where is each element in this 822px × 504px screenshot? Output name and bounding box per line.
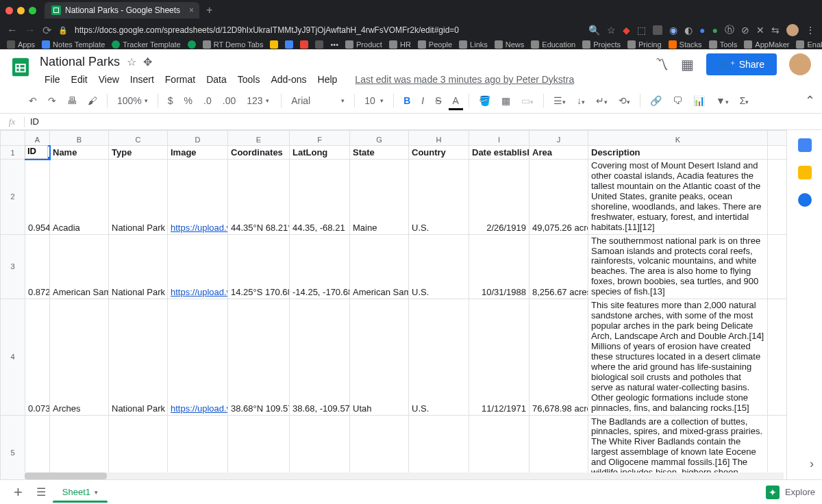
all-sheets-button[interactable]: ☰ bbox=[29, 486, 53, 499]
sheet-tab-menu-icon[interactable]: ▾ bbox=[95, 489, 98, 496]
cell[interactable]: Maine bbox=[350, 160, 409, 235]
redo-button[interactable]: ↷ bbox=[44, 92, 60, 109]
cell[interactable]: Covering most of Mount Desert Island and… bbox=[588, 160, 768, 235]
cell[interactable]: This site features more than 2,000 natur… bbox=[588, 299, 768, 415]
cell[interactable] bbox=[768, 299, 787, 415]
row-header[interactable]: 1 bbox=[1, 146, 25, 160]
cell[interactable]: Name bbox=[50, 146, 109, 160]
horizontal-scrollbar[interactable] bbox=[25, 473, 784, 479]
cell[interactable]: U.S. bbox=[409, 160, 469, 235]
cell[interactable]: Description bbox=[588, 146, 768, 160]
bookmark-item[interactable] bbox=[188, 40, 196, 49]
account-avatar[interactable] bbox=[789, 53, 811, 75]
borders-button[interactable]: ▦ bbox=[497, 92, 514, 109]
bookmark-item[interactable]: Notes Template bbox=[42, 40, 105, 49]
decrease-decimal-button[interactable]: .0 bbox=[199, 92, 216, 109]
bookmark-folder[interactable]: Projects bbox=[582, 40, 621, 49]
bookmark-folder[interactable]: Education bbox=[531, 40, 575, 49]
cell[interactable]: Acadia bbox=[50, 160, 109, 235]
cell[interactable]: National Park bbox=[109, 234, 168, 299]
menu-edit[interactable]: Edit bbox=[66, 71, 92, 88]
bookmark-item[interactable] bbox=[300, 40, 308, 49]
filter-button[interactable]: ▼▾ bbox=[712, 92, 733, 109]
cell[interactable]: 8,256.67 acres ( bbox=[530, 234, 588, 299]
sheets-logo-icon[interactable] bbox=[7, 53, 34, 81]
doc-title[interactable]: National Parks bbox=[40, 55, 120, 69]
menu-addons[interactable]: Add-ons bbox=[266, 71, 311, 88]
menu-view[interactable]: View bbox=[94, 71, 124, 88]
zoom-select[interactable]: 100%▾ bbox=[113, 92, 152, 109]
close-tab-icon[interactable]: × bbox=[189, 5, 194, 15]
bookmark-folder[interactable]: News bbox=[495, 40, 525, 49]
cell[interactable]: 10/31/1988 bbox=[469, 234, 530, 299]
cell[interactable]: 0.073 bbox=[25, 299, 50, 415]
cell[interactable]: -14.25, -170.68 bbox=[290, 234, 350, 299]
bold-button[interactable]: B bbox=[399, 92, 414, 109]
ext-icon[interactable]: ⓗ bbox=[725, 24, 734, 36]
font-select[interactable]: Arial▾ bbox=[287, 92, 349, 109]
cell[interactable] bbox=[768, 160, 787, 235]
v-align-button[interactable]: ↓▾ bbox=[573, 92, 589, 109]
cell[interactable]: Arches bbox=[50, 299, 109, 415]
menu-file[interactable]: File bbox=[40, 71, 65, 88]
merge-button[interactable]: ▭▾ bbox=[517, 92, 538, 109]
cell[interactable]: 0.954 bbox=[25, 160, 50, 235]
cell[interactable]: 44.35, -68.21 bbox=[290, 160, 350, 235]
tasks-icon[interactable] bbox=[798, 193, 812, 207]
cell[interactable]: National Park bbox=[109, 299, 168, 415]
zoom-icon[interactable]: 🔍 bbox=[588, 25, 600, 36]
row-header[interactable]: 2 bbox=[1, 160, 25, 235]
ext-icon[interactable]: ◆ bbox=[623, 25, 630, 36]
number-format-select[interactable]: 123▾ bbox=[242, 92, 275, 109]
window-controls[interactable] bbox=[5, 7, 36, 14]
menu-format[interactable]: Format bbox=[160, 71, 200, 88]
bookmark-item[interactable] bbox=[285, 40, 293, 49]
bookmark-folder[interactable]: Tools bbox=[709, 40, 738, 49]
menu-data[interactable]: Data bbox=[201, 71, 232, 88]
functions-button[interactable]: Σ▾ bbox=[736, 92, 754, 109]
cell[interactable] bbox=[768, 146, 787, 160]
print-button[interactable]: 🖶 bbox=[63, 92, 81, 109]
row-header[interactable]: 4 bbox=[1, 299, 25, 415]
cell[interactable]: 38.68, -109.57 bbox=[290, 299, 350, 415]
move-button[interactable]: ✥ bbox=[143, 55, 152, 68]
cell[interactable] bbox=[768, 234, 787, 299]
ext-icon[interactable]: ● bbox=[712, 25, 718, 36]
row-header[interactable]: 3 bbox=[1, 234, 25, 299]
cell[interactable]: American Samoa bbox=[350, 234, 409, 299]
bookmark-item[interactable]: Tracker Template bbox=[112, 40, 180, 49]
star-icon[interactable]: ☆ bbox=[607, 25, 616, 36]
bookmark-item[interactable] bbox=[315, 40, 323, 49]
currency-button[interactable]: $ bbox=[164, 92, 177, 109]
text-color-button[interactable]: A bbox=[449, 92, 463, 109]
col-header[interactable]: B bbox=[50, 131, 109, 146]
cell[interactable]: Date established bbox=[469, 146, 530, 160]
cell[interactable]: American Samoa bbox=[50, 234, 109, 299]
cell[interactable]: U.S. bbox=[409, 299, 469, 415]
bookmark-item[interactable] bbox=[270, 40, 278, 49]
collapse-toolbar-button[interactable]: ⌃ bbox=[805, 93, 815, 108]
col-header[interactable]: G bbox=[350, 131, 409, 146]
new-tab-button[interactable]: + bbox=[206, 4, 212, 16]
cell[interactable]: 11/12/1971 bbox=[469, 299, 530, 415]
italic-button[interactable]: I bbox=[417, 92, 428, 109]
cell[interactable]: 0.872 bbox=[25, 234, 50, 299]
fill-color-button[interactable]: 🪣 bbox=[475, 92, 495, 109]
cell[interactable]: 44.35°N 68.21°W bbox=[228, 160, 290, 235]
ext-icon[interactable]: ⊘ bbox=[741, 25, 749, 36]
cell[interactable]: Country bbox=[409, 146, 469, 160]
bookmark-folder[interactable]: HR bbox=[389, 40, 411, 49]
col-header[interactable]: A bbox=[25, 131, 50, 146]
cell[interactable]: Coordinates bbox=[228, 146, 290, 160]
paint-format-button[interactable]: 🖌 bbox=[84, 92, 101, 109]
bookmark-folder[interactable]: Links bbox=[459, 40, 488, 49]
bookmark-folder[interactable]: People bbox=[418, 40, 452, 49]
bookmark-folder[interactable]: Pricing bbox=[627, 40, 662, 49]
keep-icon[interactable] bbox=[798, 166, 812, 179]
add-sheet-button[interactable]: + bbox=[7, 483, 29, 501]
menu-icon[interactable]: ⋮ bbox=[806, 25, 815, 36]
bookmark-folder[interactable]: Product bbox=[345, 40, 382, 49]
link-button[interactable]: 🔗 bbox=[646, 92, 666, 109]
star-button[interactable]: ☆ bbox=[127, 55, 136, 68]
bookmark-item[interactable]: Stacks bbox=[669, 40, 702, 49]
